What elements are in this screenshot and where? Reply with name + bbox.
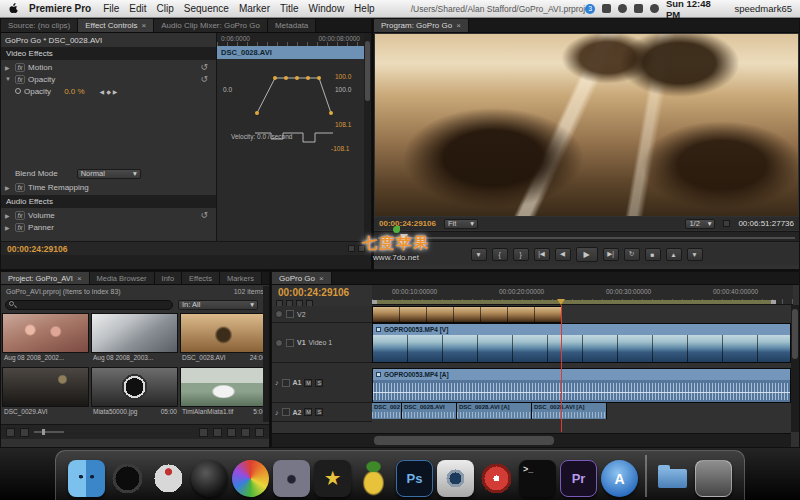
- new-item-icon[interactable]: [241, 428, 250, 437]
- automate-to-sequence-icon[interactable]: [199, 428, 208, 437]
- ec-row-motion[interactable]: ▶ fx Motion ↺: [1, 61, 216, 73]
- toggle-track-output-icon[interactable]: [275, 310, 283, 318]
- tab-media-browser[interactable]: Media Browser: [90, 272, 155, 284]
- bluetooth-icon[interactable]: [634, 4, 643, 13]
- ec-row-panner[interactable]: ▶ fx Panner: [1, 221, 216, 233]
- lock-track-icon[interactable]: [282, 379, 290, 387]
- dock-star-icon[interactable]: ★: [314, 460, 351, 497]
- tab-metadata[interactable]: Metadata: [268, 19, 316, 32]
- clip-v2-dsc0028-video[interactable]: [372, 306, 562, 323]
- ec-zoom-icon[interactable]: [348, 245, 355, 252]
- step-forward-button[interactable]: ▶|: [603, 248, 619, 261]
- menu-title[interactable]: Title: [280, 3, 299, 14]
- dock-folder-icon[interactable]: [654, 460, 691, 497]
- volume-icon[interactable]: [618, 4, 627, 13]
- add-marker-button[interactable]: ▼: [471, 248, 487, 261]
- go-to-in-button[interactable]: |◀: [534, 248, 550, 261]
- close-icon[interactable]: ×: [142, 21, 147, 30]
- chevron-right-icon[interactable]: ▶: [5, 224, 12, 231]
- menu-help[interactable]: Help: [354, 3, 375, 14]
- new-bin-icon[interactable]: [227, 428, 236, 437]
- ec-section-video-effects[interactable]: Video Effects: [1, 47, 216, 60]
- tab-project[interactable]: Project: GoPro_AVI×: [1, 272, 90, 284]
- dock-premiere-icon[interactable]: Pr: [560, 460, 597, 497]
- ec-row-volume[interactable]: ▶ fx Volume ↺: [1, 209, 216, 221]
- dock-dashboard-icon[interactable]: [109, 460, 146, 497]
- project-vertical-scrollbar[interactable]: [263, 286, 269, 422]
- safe-margins-button[interactable]: ■: [645, 248, 661, 261]
- play-button[interactable]: ▶: [576, 247, 598, 262]
- lock-track-icon[interactable]: [286, 310, 294, 318]
- ec-mini-ruler[interactable]: 0:06:0000 00:00:08:0000: [217, 33, 364, 46]
- dock-camera-icon[interactable]: [273, 460, 310, 497]
- tab-sequence[interactable]: GoPro Go×: [272, 272, 332, 284]
- menu-sequence[interactable]: Sequence: [184, 3, 229, 14]
- opacity-velocity-graph[interactable]: [255, 125, 333, 149]
- dock-iphoto-icon[interactable]: [437, 460, 474, 497]
- timeline-playhead-handle[interactable]: [557, 299, 565, 305]
- resolution-dropdown[interactable]: 1/2▾: [685, 219, 715, 229]
- velocity-min[interactable]: -108.1: [331, 145, 349, 152]
- fit-dropdown[interactable]: Fit▾: [444, 219, 478, 229]
- blend-mode-dropdown[interactable]: Normal ▾: [77, 169, 141, 179]
- icon-view-icon[interactable]: [20, 428, 29, 437]
- stopwatch-icon[interactable]: [15, 88, 21, 94]
- toggle-track-output-icon[interactable]: [275, 339, 283, 347]
- ec-timecode[interactable]: 00:00:24:29106: [7, 244, 68, 254]
- project-item-thumb[interactable]: [2, 367, 89, 407]
- project-item-thumb[interactable]: [2, 313, 89, 353]
- settings-wrench-icon[interactable]: [723, 220, 730, 227]
- notification-badge[interactable]: 3: [585, 4, 595, 14]
- solo-track-button[interactable]: S: [315, 408, 323, 416]
- loop-button[interactable]: ↻: [624, 248, 640, 261]
- dock-photoshop-icon[interactable]: Ps: [396, 460, 433, 497]
- dock-finder-icon[interactable]: [68, 460, 105, 497]
- close-icon[interactable]: ×: [77, 274, 82, 283]
- menu-user[interactable]: speedmark65: [734, 3, 792, 14]
- reset-icon[interactable]: ↺: [200, 211, 208, 220]
- ec-row-opacity[interactable]: ▼ fx Opacity ↺: [1, 73, 216, 85]
- lift-button[interactable]: ▲: [666, 248, 682, 261]
- mute-track-button[interactable]: M: [304, 379, 312, 387]
- project-item-thumb[interactable]: [180, 313, 267, 353]
- find-icon[interactable]: [213, 428, 222, 437]
- menu-window[interactable]: Window: [309, 3, 345, 14]
- next-keyframe-icon[interactable]: ▶: [113, 88, 118, 95]
- lock-track-icon[interactable]: [282, 408, 290, 416]
- list-view-icon[interactable]: [6, 428, 15, 437]
- program-scrubber[interactable]: [374, 231, 799, 242]
- ec-section-audio-effects[interactable]: Audio Effects: [1, 195, 216, 208]
- tab-effect-controls[interactable]: Effect Controls×: [78, 19, 154, 32]
- mark-out-button[interactable]: }: [513, 248, 529, 261]
- menu-marker[interactable]: Marker: [239, 3, 270, 14]
- clip-v1-gopro-video[interactable]: GOPRO0053.MP4 [V]: [372, 323, 791, 363]
- mute-track-button[interactable]: M: [304, 408, 312, 416]
- display-icon[interactable]: [602, 4, 611, 13]
- dock-sphere-icon[interactable]: [191, 460, 228, 497]
- opacity-value-graph[interactable]: [255, 71, 333, 117]
- app-menu-title[interactable]: Premiere Pro: [29, 3, 91, 14]
- ec-row-time-remapping[interactable]: ▶ fx Time Remapping: [1, 181, 216, 193]
- dock-trash-icon[interactable]: [695, 460, 732, 497]
- dock-appstore-icon[interactable]: A: [601, 460, 638, 497]
- solo-track-button[interactable]: S: [315, 379, 323, 387]
- ec-clip-bar[interactable]: DSC_0028.AVI: [217, 46, 364, 59]
- close-icon[interactable]: ×: [319, 274, 324, 283]
- scale-max[interactable]: 100.0: [335, 73, 351, 80]
- timeline-ruler[interactable]: 00:00:10:00000 00:00:20:00000 00:00:30:0…: [372, 285, 793, 305]
- tab-audio-clip-mixer[interactable]: Audio Clip Mixer: GoPro Go: [154, 19, 268, 32]
- timeline-playhead[interactable]: [561, 305, 562, 432]
- close-icon[interactable]: ×: [456, 21, 461, 30]
- menu-file[interactable]: File: [103, 3, 119, 14]
- battery-icon[interactable]: [650, 4, 659, 13]
- work-area-bar[interactable]: [372, 300, 776, 304]
- dock-terminal-icon[interactable]: >_: [519, 460, 556, 497]
- prev-keyframe-icon[interactable]: ◀: [100, 88, 105, 95]
- menu-edit[interactable]: Edit: [129, 3, 146, 14]
- reset-icon[interactable]: ↺: [200, 75, 208, 84]
- timeline-timecode[interactable]: 00:00:24:29106: [278, 287, 349, 298]
- reset-icon[interactable]: ↺: [200, 63, 208, 72]
- step-back-button[interactable]: ◀: [555, 248, 571, 261]
- dock-rocket-icon[interactable]: [150, 460, 187, 497]
- chevron-right-icon[interactable]: ▶: [5, 64, 12, 71]
